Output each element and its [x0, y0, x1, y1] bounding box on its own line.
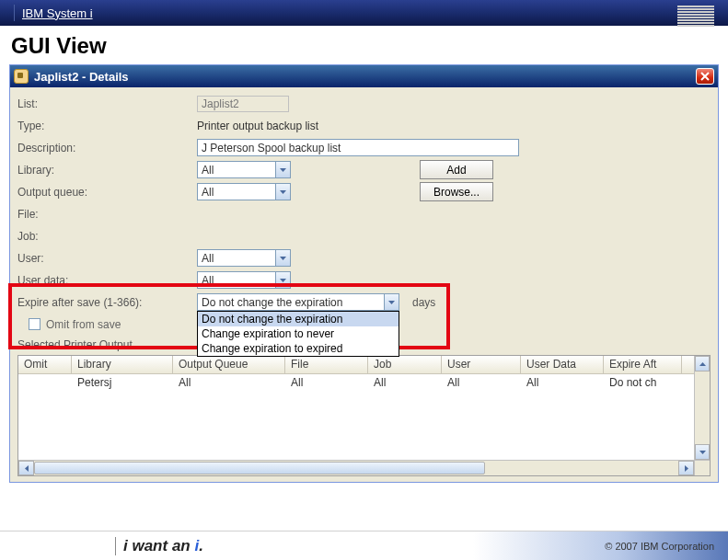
expire-label: Expire after save (1-366):: [17, 296, 197, 309]
th-output-queue[interactable]: Output Queue: [173, 356, 285, 373]
header-bar: IBM System i: [0, 0, 728, 26]
slogan-post: .: [199, 537, 203, 554]
td-library: Petersj: [72, 374, 173, 391]
job-label: Job:: [17, 230, 197, 243]
td-job: All: [368, 374, 442, 391]
window-icon: [14, 69, 29, 84]
output-queue-input[interactable]: [197, 183, 275, 200]
library-dropdown-button[interactable]: [275, 161, 291, 178]
footer-separator: [115, 537, 116, 555]
td-expire: Do not ch: [604, 374, 682, 391]
vertical-scrollbar[interactable]: [694, 356, 710, 460]
list-label: List:: [17, 97, 197, 110]
chevron-left-icon: [25, 465, 29, 472]
chevron-down-icon: [388, 301, 395, 304]
library-label: Library:: [17, 164, 197, 177]
footer-copyright: © 2007 IBM Corporation: [605, 541, 714, 552]
window-title: Japlist2 - Details: [34, 70, 129, 84]
user-data-combo[interactable]: [197, 271, 291, 289]
output-table: Omit Library Output Queue File Job User …: [17, 355, 711, 476]
horizontal-scrollbar[interactable]: [18, 460, 694, 475]
add-button[interactable]: Add: [420, 160, 493, 179]
header-separator: [14, 5, 15, 21]
scroll-track-h[interactable]: [34, 461, 678, 475]
td-user-data: All: [521, 374, 604, 391]
user-label: User:: [17, 252, 197, 265]
list-value: Japlist2: [197, 96, 289, 112]
chevron-down-icon: [280, 190, 286, 194]
table-row[interactable]: Petersj All All All All All Do not ch: [18, 374, 710, 391]
form-area: List: Japlist2 Type: Printer output back…: [10, 87, 718, 482]
user-dropdown-button[interactable]: [275, 249, 291, 267]
description-input[interactable]: [197, 139, 519, 156]
th-omit[interactable]: Omit: [18, 356, 72, 373]
th-job[interactable]: Job: [368, 356, 442, 373]
footer: i want an i. © 2007 IBM Corporation: [0, 531, 728, 560]
chevron-down-icon: [280, 168, 286, 172]
user-data-label: User data:: [17, 274, 197, 287]
user-combo[interactable]: [197, 249, 291, 267]
file-label: File:: [17, 208, 197, 221]
td-output-queue: All: [173, 374, 285, 391]
description-label: Description:: [17, 142, 197, 154]
close-icon: [700, 72, 710, 81]
library-combo[interactable]: [197, 161, 291, 178]
td-file: All: [285, 374, 368, 391]
th-user[interactable]: User: [442, 356, 521, 373]
expire-dropdown-list[interactable]: Do not change the expiration Change expi…: [197, 311, 399, 357]
omit-checkbox-wrap[interactable]: Omit from save: [29, 318, 121, 331]
type-value: Printer output backup list: [197, 120, 318, 132]
product-name: IBM System i: [22, 6, 93, 20]
user-data-dropdown-button[interactable]: [275, 271, 291, 289]
title-bar[interactable]: Japlist2 - Details: [10, 65, 718, 87]
type-label: Type:: [17, 120, 197, 132]
expire-option-1[interactable]: Change expiration to never: [198, 326, 399, 341]
chevron-right-icon: [685, 465, 688, 472]
ibm-logo: [677, 6, 714, 27]
chevron-up-icon: [699, 362, 706, 366]
omit-label: Omit from save: [46, 318, 121, 331]
scroll-right-button[interactable]: [678, 461, 694, 475]
output-queue-combo[interactable]: [197, 183, 291, 200]
td-omit: [18, 374, 72, 391]
th-expire[interactable]: Expire Aft: [604, 356, 682, 373]
days-label: days: [412, 296, 435, 309]
omit-checkbox[interactable]: [29, 318, 40, 330]
slogan-pre: i want an: [123, 537, 194, 554]
output-queue-dropdown-button[interactable]: [275, 183, 291, 200]
th-user-data[interactable]: User Data: [521, 356, 604, 373]
expire-option-0[interactable]: Do not change the expiration: [198, 312, 399, 326]
chevron-down-icon: [699, 451, 706, 454]
user-data-input[interactable]: [197, 271, 275, 289]
browse-button[interactable]: Browse...: [420, 182, 493, 201]
table-header: Omit Library Output Queue File Job User …: [18, 356, 710, 374]
th-library[interactable]: Library: [72, 356, 173, 373]
library-input[interactable]: [197, 161, 275, 178]
details-window: Japlist2 - Details List: Japlist2 Type: …: [9, 64, 719, 483]
scroll-down-button[interactable]: [695, 444, 710, 460]
expire-input[interactable]: [197, 293, 384, 311]
chevron-down-icon: [280, 257, 286, 260]
chevron-down-icon: [280, 279, 286, 282]
th-file[interactable]: File: [285, 356, 368, 373]
footer-slogan: i want an i.: [123, 537, 203, 555]
scroll-track-v[interactable]: [695, 371, 710, 444]
page-title: GUI View: [11, 33, 728, 59]
output-queue-label: Output queue:: [17, 186, 197, 199]
scroll-thumb[interactable]: [34, 462, 485, 474]
scroll-corner: [694, 460, 710, 475]
scroll-up-button[interactable]: [695, 356, 710, 371]
expire-combo[interactable]: Do not change the expiration Change expi…: [197, 293, 401, 311]
expire-dropdown-button[interactable]: [384, 293, 399, 311]
td-user: All: [442, 374, 521, 391]
user-input[interactable]: [197, 249, 275, 267]
close-button[interactable]: [696, 68, 714, 85]
scroll-left-button[interactable]: [18, 461, 34, 475]
expire-option-2[interactable]: Change expiration to expired: [198, 341, 399, 356]
